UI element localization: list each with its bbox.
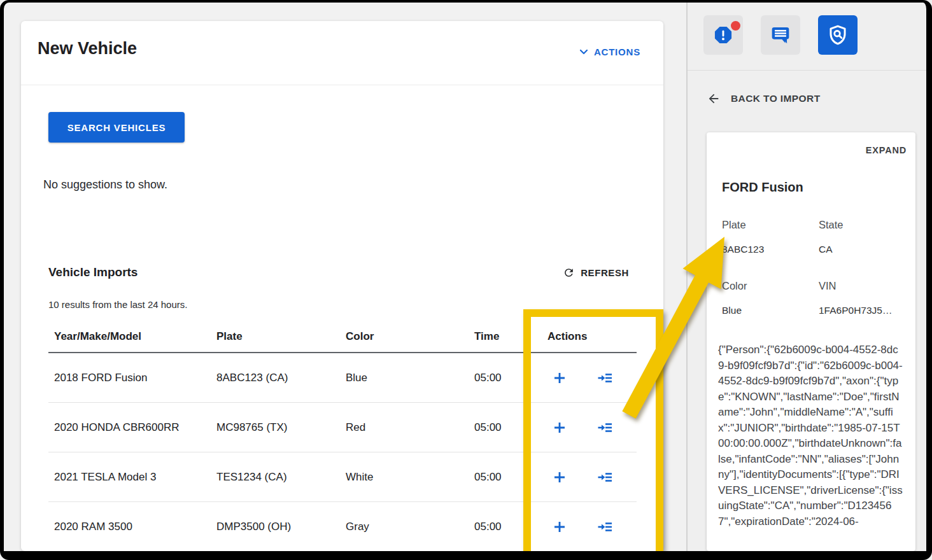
field-label-color: Color [722,280,747,292]
new-vehicle-card: New Vehicle ACTIONS SEARCH VEHICLES No s… [21,21,663,551]
messages-button[interactable] [761,15,800,55]
add-vehicle-button[interactable] [551,370,568,386]
shield-search-icon [827,24,849,46]
cell-ymm: 2020 RAM 3500 [48,502,211,552]
panel-toolbar [688,0,932,71]
import-vehicle-button[interactable] [597,519,614,535]
cell-color: White [340,452,469,502]
expand-button[interactable]: EXPAND [866,145,907,155]
back-to-import-button[interactable]: BACK TO IMPORT [707,92,821,106]
refresh-icon [563,267,575,279]
table-row: 2018 FORD Fusion 8ABC123 (CA) Blue 05:00 [48,353,637,403]
column-header-actions: Actions [542,321,637,353]
no-suggestions-text: No suggestions to show. [43,178,167,192]
chat-icon [770,25,791,45]
field-label-state: State [819,219,844,231]
add-vehicle-button[interactable] [551,469,568,486]
cell-color: Red [340,403,469,452]
alert-octagon-icon [713,25,733,45]
notification-dot [731,21,740,31]
add-vehicle-button[interactable] [551,519,568,535]
column-header-ymm: Year/Make/Model [48,321,211,353]
detail-panel: BACK TO IMPORT EXPAND FORD Fusion Plate … [686,0,932,560]
page-title: New Vehicle [38,39,137,59]
arrow-left-icon [707,92,721,106]
cell-time: 05:00 [469,403,542,452]
column-header-color: Color [340,321,469,353]
column-header-plate: Plate [211,321,340,353]
table-row: 2020 RAM 3500 DMP3500 (OH) Gray 05:00 [48,502,637,552]
cell-ymm: 2018 FORD Fusion [48,353,211,403]
cell-plate: DMP3500 (OH) [211,502,340,552]
cell-color: Blue [340,353,469,403]
raw-json-text: {"Person":{"62b6009c-b004-4552-8dc9-b9f0… [718,342,903,529]
cell-ymm: 2020 HONDA CBR600RR [48,403,211,452]
chevron-down-icon [579,49,588,55]
column-header-time: Time [469,321,542,353]
field-value-vin: 1FA6P0H73J5… [819,305,892,316]
actions-menu-button[interactable]: ACTIONS [579,46,640,57]
cell-time: 05:00 [469,502,542,552]
import-vehicle-button[interactable] [597,419,614,436]
field-value-color: Blue [722,305,742,316]
vehicle-imports-title: Vehicle Imports [48,265,138,279]
back-to-import-label: BACK TO IMPORT [731,93,821,104]
vehicle-detail-title: FORD Fusion [722,180,803,195]
vehicle-search-button[interactable] [818,15,858,55]
vehicle-imports-table: Year/Make/Model Plate Color Time Actions… [48,321,637,552]
table-row: 2020 HONDA CBR600RR MC98765 (TX) Red 05:… [48,403,637,452]
actions-menu-label: ACTIONS [594,46,640,57]
app: New Vehicle ACTIONS SEARCH VEHICLES No s… [0,0,932,560]
search-vehicles-button[interactable]: SEARCH VEHICLES [48,112,185,143]
refresh-label: REFRESH [581,267,629,278]
add-vehicle-button[interactable] [551,419,568,436]
field-value-plate: 8ABC123 [722,244,764,255]
cell-time: 05:00 [469,353,542,403]
table-row: 2021 TESLA Model 3 TES1234 (CA) White 05… [48,452,637,502]
cell-color: Gray [340,502,469,552]
cell-ymm: 2021 TESLA Model 3 [48,452,211,502]
vehicle-detail-card: EXPAND FORD Fusion Plate State 8ABC123 C… [707,132,915,551]
cell-plate: 8ABC123 (CA) [211,353,340,403]
cell-plate: TES1234 (CA) [211,452,340,502]
field-label-vin: VIN [819,280,837,292]
cell-time: 05:00 [469,452,542,502]
imports-summary: 10 results from the last 24 hours. [48,299,187,310]
table-header-row: Year/Make/Model Plate Color Time Actions [48,321,637,353]
refresh-button[interactable]: REFRESH [563,267,629,279]
alerts-button[interactable] [703,15,743,55]
field-label-plate: Plate [722,219,746,231]
import-vehicle-button[interactable] [597,469,614,486]
import-vehicle-button[interactable] [597,370,614,386]
card-header: New Vehicle ACTIONS [21,21,663,85]
field-value-state: CA [819,244,833,255]
cell-plate: MC98765 (TX) [211,403,340,452]
